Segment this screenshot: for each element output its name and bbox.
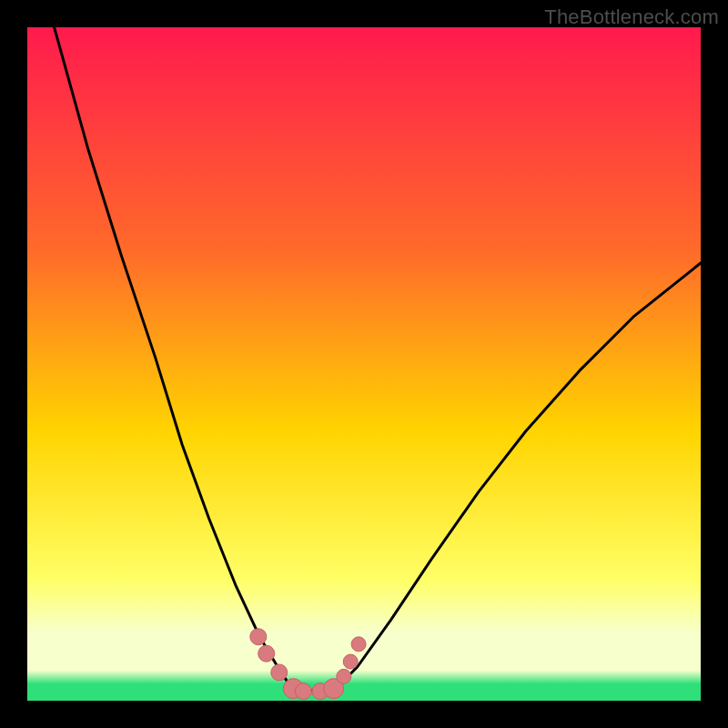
valley-marker-7 [337, 669, 351, 683]
curves-group [55, 27, 701, 691]
chart-frame: TheBottleneck.com [0, 0, 728, 728]
valley-marker-8 [343, 654, 358, 669]
plot-area [27, 27, 701, 701]
markers-group [250, 629, 366, 700]
curve-overlay [27, 27, 701, 701]
valley-marker-0 [250, 629, 267, 645]
valley-marker-4 [295, 683, 311, 700]
curve-right-curve [334, 263, 701, 691]
valley-marker-1 [258, 645, 275, 662]
watermark-text: TheBottleneck.com [544, 5, 719, 29]
valley-marker-9 [351, 637, 366, 652]
curve-left-curve [55, 27, 294, 691]
valley-marker-2 [271, 664, 288, 681]
